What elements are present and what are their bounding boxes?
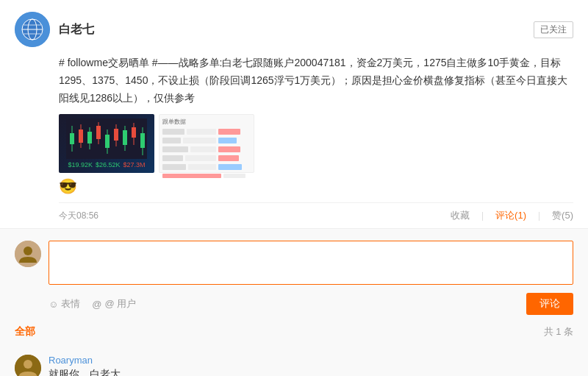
comment-text: 就服你，白老大 xyxy=(49,368,573,376)
svg-rect-14 xyxy=(96,126,101,139)
emoji-icon: ☺ xyxy=(49,299,58,310)
comment-item: Roaryman 就服你，白老大 57分钟前 回复 | 赞(0) xyxy=(15,347,573,376)
commenter-avatar xyxy=(15,355,41,376)
chart-image-1[interactable]: $19.92K $26.52K $27.3M xyxy=(59,114,154,173)
svg-rect-18 xyxy=(114,129,118,141)
at-label: @ 用户 xyxy=(104,297,136,311)
svg-rect-20 xyxy=(123,130,127,145)
comments-header: 全部 共 1 条 xyxy=(15,322,573,338)
submit-comment-button[interactable]: 评论 xyxy=(526,293,573,315)
comment-input[interactable] xyxy=(49,241,573,285)
post-images: $19.92K $26.52K $27.3M 跟单数据 xyxy=(59,114,573,173)
comment-input-area: ☺ 表情 @ @ 用户 评论 xyxy=(15,241,573,315)
svg-point-28 xyxy=(24,360,32,369)
comment-toolbar: ☺ 表情 @ @ 用户 评论 xyxy=(49,293,573,315)
timestamp: 今天08:56 xyxy=(59,210,451,222)
comment-body: Roaryman 就服你，白老大 57分钟前 回复 | 赞(0) xyxy=(49,355,573,376)
chart-stats: $19.92K $26.52K $27.3M xyxy=(68,161,145,169)
comment-input-wrapper: ☺ 表情 @ @ 用户 评论 xyxy=(49,241,573,315)
like-button[interactable]: 赞(5) xyxy=(552,209,573,222)
stat-1: $19.92K xyxy=(68,161,93,169)
chart-mock xyxy=(66,118,147,159)
divider-1: | xyxy=(481,210,484,221)
at-button[interactable]: @ @ 用户 xyxy=(92,297,136,311)
svg-rect-24 xyxy=(140,133,145,148)
comment-button[interactable]: 评论(1) xyxy=(495,209,526,222)
collect-button[interactable]: 收藏 xyxy=(451,209,470,222)
post-header: 白老七 已关注 xyxy=(15,12,573,47)
svg-rect-10 xyxy=(79,130,83,143)
comments-count: 共 1 条 xyxy=(544,325,573,338)
svg-rect-16 xyxy=(105,135,110,148)
emoji-button[interactable]: ☺ 表情 xyxy=(49,297,80,311)
emoji-label: 表情 xyxy=(61,297,80,311)
username: 白老七 xyxy=(59,22,534,38)
chart-image-2[interactable]: 跟单数据 xyxy=(159,114,254,173)
divider-2: | xyxy=(538,210,540,221)
svg-rect-12 xyxy=(87,132,92,143)
svg-rect-8 xyxy=(70,133,74,144)
follow-button[interactable]: 已关注 xyxy=(534,21,573,38)
avatar xyxy=(15,12,50,47)
svg-rect-22 xyxy=(132,127,136,138)
stat-3: $27.3M xyxy=(123,161,146,169)
post-emoji: 😎 xyxy=(59,177,573,195)
post-container: 白老七 已关注 # followme交易晒单 #——战略多单:白老七跟随账户20… xyxy=(0,0,588,228)
post-content: # followme交易晒单 #——战略多单:白老七跟随账户200047181，… xyxy=(59,54,573,107)
current-user-avatar xyxy=(15,241,41,267)
all-comments-label: 全部 xyxy=(15,325,35,338)
at-icon: @ xyxy=(92,299,101,310)
post-meta: 今天08:56 收藏 | 评论(1) | 赞(5) xyxy=(59,202,573,228)
stat-2: $26.52K xyxy=(96,161,121,169)
comment-section: ☺ 表情 @ @ 用户 评论 全部 共 1 条 Roaryman xyxy=(0,228,588,376)
commenter-username: Roaryman xyxy=(49,355,573,366)
post-actions: 收藏 | 评论(1) | 赞(5) xyxy=(451,209,573,222)
header-right: 白老七 xyxy=(59,22,534,38)
svg-point-26 xyxy=(24,246,32,255)
